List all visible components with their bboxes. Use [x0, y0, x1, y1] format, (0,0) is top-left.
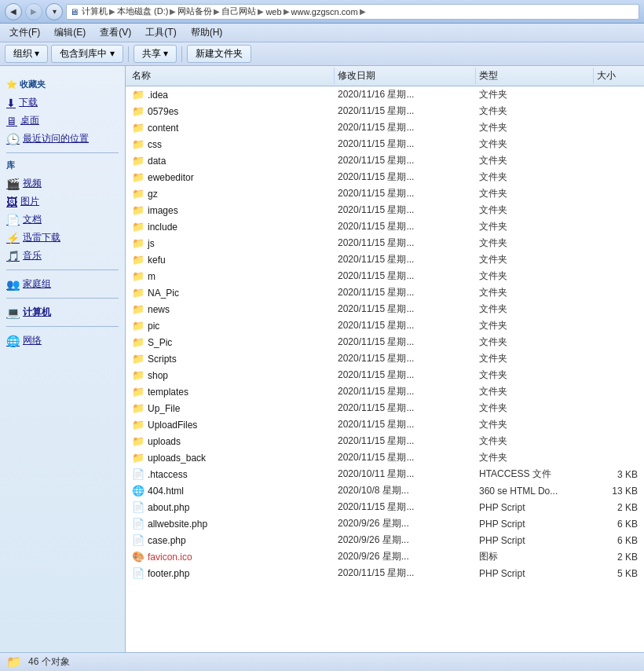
- file-type: PHP Script: [476, 567, 594, 580]
- file-date: 2020/11/15 星期...: [335, 203, 476, 218]
- file-type: 文件夹: [476, 302, 594, 317]
- table-row[interactable]: 📄 about.php 2020/11/15 星期... PHP Script …: [126, 499, 644, 515]
- file-date: 2020/10/8 星期...: [335, 483, 476, 498]
- file-size: [594, 210, 641, 211]
- file-type: 图标: [476, 549, 594, 564]
- file-area[interactable]: 名称 修改日期 类型 大小 📁 .idea 2020/11/16 星期... 文…: [126, 66, 644, 652]
- table-row[interactable]: 📁 S_Pic 2020/11/15 星期... 文件夹: [126, 334, 644, 350]
- sidebar-item-network[interactable]: 🌐 网络: [3, 332, 122, 350]
- file-size: [594, 111, 641, 112]
- file-type: 文件夹: [476, 269, 594, 284]
- file-date: 2020/11/15 星期...: [335, 368, 476, 383]
- table-row[interactable]: 📁 data 2020/11/15 星期... 文件夹: [126, 152, 644, 169]
- table-row[interactable]: 📁 templates 2020/11/15 星期... 文件夹: [126, 383, 644, 400]
- table-row[interactable]: 📁 UploadFiles 2020/11/15 星期... 文件夹: [126, 416, 644, 433]
- sidebar-item-music[interactable]: 🎵 音乐: [3, 247, 122, 265]
- table-row[interactable]: 📄 case.php 2020/9/26 星期... PHP Script 6 …: [126, 532, 644, 548]
- sidebar-item-downloads[interactable]: ⬇ 下载: [3, 94, 122, 112]
- table-row[interactable]: 📁 0579es 2020/11/15 星期... 文件夹: [126, 103, 644, 119]
- file-name: UploadFiles: [148, 420, 197, 431]
- file-date: 2020/11/15 星期...: [335, 500, 476, 515]
- table-row[interactable]: 📁 gz 2020/11/15 星期... 文件夹: [126, 185, 644, 202]
- file-name: ewebeditor: [148, 172, 194, 183]
- table-row[interactable]: 📁 .idea 2020/11/16 星期... 文件夹: [126, 86, 644, 103]
- table-row[interactable]: 📁 uploads_back 2020/11/15 星期... 文件夹: [126, 449, 644, 466]
- address-bar[interactable]: 🖥 计算机 ▶ 本地磁盘 (D:) ▶ 网站备份 ▶ 自己网站 ▶ web ▶ …: [66, 4, 639, 20]
- share-button[interactable]: 共享 ▾: [134, 45, 177, 63]
- file-size: 5 KB: [594, 567, 641, 580]
- file-size: [594, 391, 641, 393]
- table-row[interactable]: 📁 css 2020/11/15 星期... 文件夹: [126, 136, 644, 152]
- menu-edit[interactable]: 编辑(E): [48, 24, 92, 41]
- file-date: 2020/11/15 星期...: [335, 252, 476, 267]
- sidebar-item-documents[interactable]: 📄 文档: [3, 211, 122, 229]
- include-library-button[interactable]: 包含到库中 ▾: [51, 45, 123, 63]
- documents-icon: 📄: [6, 214, 20, 226]
- table-row[interactable]: 📁 kefu 2020/11/15 星期... 文件夹: [126, 251, 644, 268]
- table-row[interactable]: 📁 m 2020/11/15 星期... 文件夹: [126, 268, 644, 284]
- table-row[interactable]: 🌐 404.html 2020/10/8 星期... 360 se HTML D…: [126, 482, 644, 499]
- status-bar: 📁 46 个对象: [0, 652, 644, 671]
- sidebar-item-video[interactable]: 🎬 视频: [3, 174, 122, 192]
- table-row[interactable]: 📁 images 2020/11/15 星期... 文件夹: [126, 202, 644, 218]
- file-size: 13 KB: [594, 485, 641, 497]
- file-name: .htaccess: [148, 469, 188, 480]
- table-row[interactable]: 📁 include 2020/11/15 星期... 文件夹: [126, 218, 644, 235]
- back-button[interactable]: ◀: [5, 3, 22, 20]
- file-size: [594, 309, 641, 310]
- file-size: [594, 441, 641, 442]
- desktop-icon: 🖥: [6, 115, 17, 127]
- sidebar-label-documents: 文档: [23, 213, 42, 226]
- col-name[interactable]: 名称: [129, 68, 335, 84]
- menu-view[interactable]: 查看(V): [93, 24, 137, 41]
- sidebar-item-computer[interactable]: 💻 计算机: [3, 303, 122, 321]
- table-row[interactable]: 📁 news 2020/11/15 星期... 文件夹: [126, 301, 644, 317]
- file-name-cell: 📁 js: [129, 236, 335, 250]
- table-row[interactable]: 📁 Up_File 2020/11/15 星期... 文件夹: [126, 400, 644, 416]
- file-type: PHP Script: [476, 501, 594, 514]
- table-row[interactable]: 📁 Scripts 2020/11/15 星期... 文件夹: [126, 350, 644, 367]
- file-size: [594, 358, 641, 360]
- col-type[interactable]: 类型: [476, 68, 594, 84]
- table-row[interactable]: 📄 allwebsite.php 2020/9/26 星期... PHP Scr…: [126, 515, 644, 532]
- file-icon: 📁: [132, 221, 145, 233]
- menu-bar: 文件(F) 编辑(E) 查看(V) 工具(T) 帮助(H): [0, 24, 644, 42]
- column-header: 名称 修改日期 类型 大小: [126, 66, 644, 86]
- file-icon: 📁: [132, 336, 145, 348]
- file-name-cell: 📄 footer.php: [129, 566, 335, 580]
- table-row[interactable]: 📁 shop 2020/11/15 星期... 文件夹: [126, 367, 644, 383]
- menu-tools[interactable]: 工具(T): [139, 24, 182, 41]
- table-row[interactable]: 🎨 favicon.ico 2020/9/26 星期... 图标 2 KB: [126, 548, 644, 565]
- sidebar-item-recent[interactable]: 🕒 最近访问的位置: [3, 130, 122, 148]
- table-row[interactable]: 📁 content 2020/11/15 星期... 文件夹: [126, 119, 644, 136]
- col-date[interactable]: 修改日期: [335, 68, 476, 84]
- sidebar-item-pictures[interactable]: 🖼 图片: [3, 192, 122, 211]
- sidebar-item-desktop[interactable]: 🖥 桌面: [3, 112, 122, 130]
- homegroup-icon: 👥: [6, 278, 20, 291]
- file-type: 文件夹: [476, 170, 594, 185]
- sidebar-item-homegroup[interactable]: 👥 家庭组: [3, 275, 122, 293]
- col-size[interactable]: 大小: [594, 68, 641, 84]
- new-folder-button[interactable]: 新建文件夹: [187, 45, 251, 63]
- status-count: 46 个对象: [28, 655, 70, 669]
- table-row[interactable]: 📁 js 2020/11/15 星期... 文件夹: [126, 235, 644, 251]
- forward-button[interactable]: ▶: [25, 3, 42, 20]
- file-type: 文件夹: [476, 285, 594, 300]
- table-row[interactable]: 📄 footer.php 2020/11/15 星期... PHP Script…: [126, 565, 644, 581]
- menu-help[interactable]: 帮助(H): [185, 24, 229, 41]
- sidebar-label-pictures: 图片: [20, 195, 39, 208]
- file-type: 360 se HTML Do...: [476, 485, 594, 497]
- menu-file[interactable]: 文件(F): [3, 24, 46, 41]
- table-row[interactable]: 📁 uploads 2020/11/15 星期... 文件夹: [126, 433, 644, 449]
- table-row[interactable]: 📁 ewebeditor 2020/11/15 星期... 文件夹: [126, 169, 644, 185]
- sidebar-item-thunder[interactable]: ⚡ 迅雷下载: [3, 229, 122, 247]
- organize-button[interactable]: 组织 ▾: [5, 45, 48, 63]
- table-row[interactable]: 📄 .htaccess 2020/10/11 星期... HTACCESS 文件…: [126, 466, 644, 482]
- file-name-cell: 📁 ewebeditor: [129, 170, 335, 184]
- table-row[interactable]: 📁 pic 2020/11/15 星期... 文件夹: [126, 317, 644, 334]
- dropdown-button[interactable]: ▾: [46, 3, 63, 20]
- file-icon: 📁: [132, 89, 145, 101]
- table-row[interactable]: 📁 NA_Pic 2020/11/15 星期... 文件夹: [126, 284, 644, 301]
- file-name: pic: [148, 321, 159, 332]
- file-type: 文件夹: [476, 120, 594, 135]
